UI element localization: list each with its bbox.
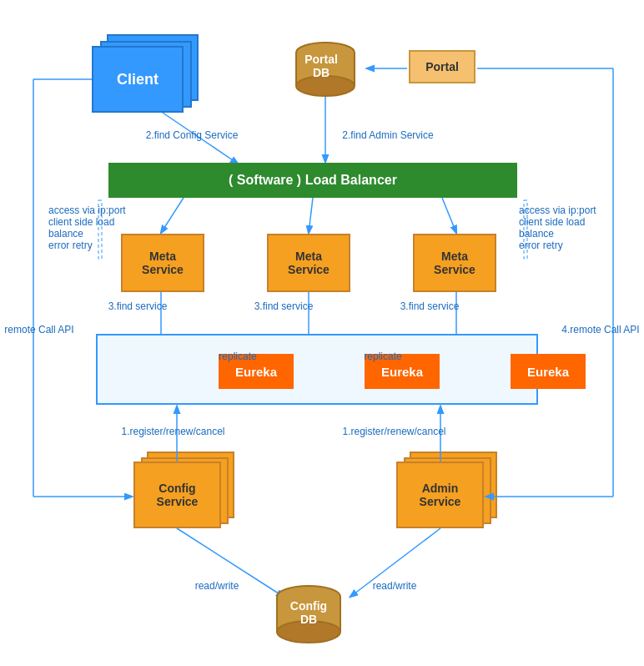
portal-label: Portal: [425, 60, 459, 73]
find-service-2-label: 3.find service: [246, 300, 321, 312]
portal-node: Portal: [409, 50, 475, 83]
eureka-cluster-box: Eureka Eureka Eureka: [96, 334, 538, 405]
svg-line-4: [309, 198, 313, 233]
access-via-ip-left-label: access via ip:portclient side loadbalanc…: [48, 204, 140, 251]
config-db-label: ConfigDB: [271, 599, 346, 626]
load-balancer-node: ( Software ) Load Balancer: [108, 163, 517, 198]
config-db-node: ConfigDB: [271, 584, 346, 647]
client-node: Client: [92, 46, 184, 113]
meta-service-3-label: MetaService: [434, 250, 475, 276]
config-service-label: ConfigService: [157, 482, 199, 508]
register-right-label: 1.register/renew/cancel: [330, 426, 459, 437]
remote-call-left-label: remote Call API: [2, 324, 77, 336]
find-service-1-label: 3.find service: [100, 300, 175, 312]
find-config-service-label: 2.find Config Service: [138, 129, 246, 141]
read-write-left-label: read/write: [179, 580, 254, 592]
admin-service-label: AdminService: [420, 482, 461, 508]
find-admin-service-label: 2.find Admin Service: [330, 129, 446, 141]
meta-service-2: MetaService: [267, 234, 350, 292]
portal-db-label: PortalDB: [288, 53, 355, 79]
register-left-label: 1.register/renew/cancel: [108, 426, 238, 437]
find-service-3-label: 3.find service: [392, 300, 467, 312]
remote-call-right-label: 4.remote Call API: [559, 324, 642, 336]
svg-line-3: [161, 198, 184, 233]
meta-service-1-label: MetaService: [142, 250, 184, 276]
portal-db-node: PortalDB: [288, 38, 363, 104]
config-service-node: ConfigService: [133, 462, 221, 528]
meta-service-3: MetaService: [413, 234, 496, 292]
svg-line-5: [442, 198, 456, 233]
load-balancer-label: ( Software ) Load Balancer: [229, 173, 397, 188]
read-write-right-label: read/write: [357, 580, 432, 592]
replicate-1-label: replicate: [209, 351, 267, 362]
access-via-ip-right-label: access via ip:portclient side loadbalanc…: [519, 204, 611, 251]
architecture-diagram: Client PortalDB Portal ( Software ) Load…: [0, 0, 644, 666]
eureka-3: Eureka: [511, 354, 586, 389]
admin-service-node: AdminService: [396, 462, 484, 528]
client-label: Client: [117, 71, 158, 88]
meta-service-2-label: MetaService: [288, 250, 330, 276]
replicate-2-label: replicate: [354, 351, 412, 362]
